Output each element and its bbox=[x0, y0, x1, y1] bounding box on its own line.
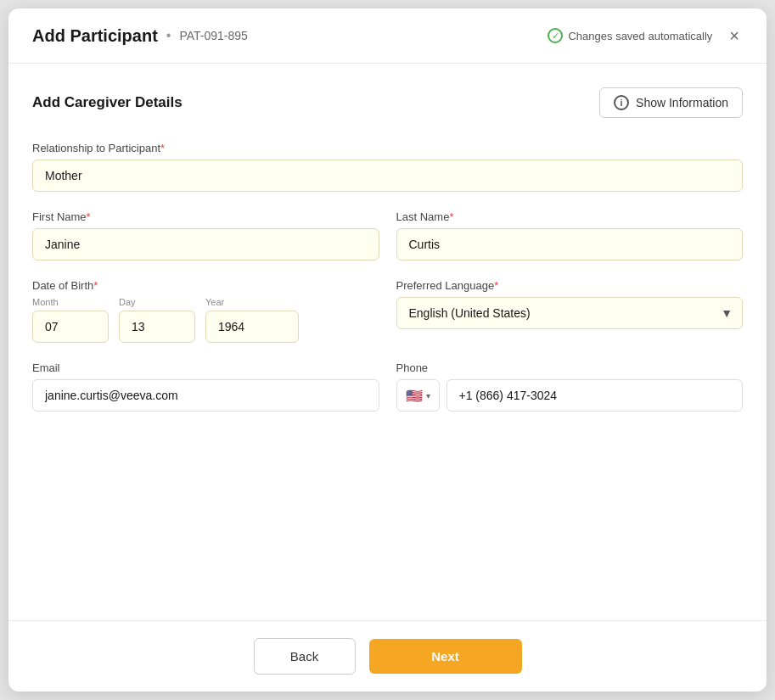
close-button[interactable]: × bbox=[726, 24, 743, 48]
section-title: Add Caregiver Details bbox=[32, 94, 183, 111]
last-name-input[interactable] bbox=[396, 228, 744, 260]
relationship-label: Relationship to Participant* bbox=[32, 142, 743, 154]
last-name-label: Last Name* bbox=[396, 210, 744, 223]
dob-year-label: Year bbox=[205, 297, 299, 307]
patient-id: PAT-091-895 bbox=[179, 29, 247, 42]
dob-day-label: Day bbox=[119, 297, 195, 307]
show-information-button[interactable]: i Show Information bbox=[599, 87, 743, 118]
dob-col: Date of Birth* Month Day Year bbox=[32, 279, 379, 361]
dob-year-input[interactable] bbox=[205, 311, 299, 343]
info-icon: i bbox=[614, 95, 629, 110]
dob-month-label: Month bbox=[32, 297, 109, 307]
auto-save-indicator: ✓ Changes saved automatically bbox=[548, 28, 712, 43]
email-field: Email bbox=[32, 361, 379, 412]
dob-month-input[interactable] bbox=[32, 311, 109, 343]
phone-col: Phone 🇺🇸 ▾ bbox=[396, 361, 744, 430]
check-icon: ✓ bbox=[548, 28, 563, 43]
preferred-language-field: Preferred Language* English (United Stat… bbox=[396, 279, 744, 329]
email-label: Email bbox=[32, 361, 379, 374]
country-code-select[interactable]: 🇺🇸 ▾ bbox=[396, 379, 440, 412]
dob-section: Date of Birth* Month Day Year bbox=[32, 279, 379, 343]
dob-inputs-row: Month Day Year bbox=[32, 297, 379, 343]
language-col: Preferred Language* English (United Stat… bbox=[396, 279, 744, 361]
relationship-field: Relationship to Participant* bbox=[32, 142, 743, 192]
name-row: First Name* Last Name* bbox=[32, 210, 743, 279]
dob-day-input[interactable] bbox=[119, 311, 195, 343]
last-name-col: Last Name* bbox=[396, 210, 744, 279]
modal-body: Add Caregiver Details i Show Information… bbox=[8, 64, 767, 620]
back-button[interactable]: Back bbox=[254, 638, 356, 675]
dob-month-field: Month bbox=[32, 297, 109, 343]
modal-header: Add Participant • PAT-091-895 ✓ Changes … bbox=[8, 8, 767, 64]
language-select-wrapper: English (United States) Spanish French ▼ bbox=[396, 297, 744, 329]
relationship-input[interactable] bbox=[32, 160, 743, 192]
modal-footer: Back Next bbox=[8, 620, 767, 692]
dob-language-row: Date of Birth* Month Day Year bbox=[32, 279, 743, 361]
add-participant-modal: Add Participant • PAT-091-895 ✓ Changes … bbox=[8, 8, 767, 692]
flag-icon: 🇺🇸 bbox=[406, 388, 423, 404]
first-name-label: First Name* bbox=[32, 210, 379, 223]
dob-day-field: Day bbox=[119, 297, 195, 343]
auto-save-text: Changes saved automatically bbox=[568, 30, 712, 42]
preferred-language-label: Preferred Language* bbox=[396, 279, 744, 292]
phone-wrapper: 🇺🇸 ▾ bbox=[396, 379, 744, 412]
first-name-col: First Name* bbox=[32, 210, 379, 279]
email-input[interactable] bbox=[32, 379, 379, 412]
section-header: Add Caregiver Details i Show Information bbox=[32, 87, 743, 118]
dropdown-arrow-icon: ▾ bbox=[426, 391, 430, 400]
email-phone-row: Email Phone 🇺🇸 ▾ bbox=[32, 361, 743, 430]
title-separator: • bbox=[166, 28, 171, 43]
email-col: Email bbox=[32, 361, 379, 430]
phone-input[interactable] bbox=[446, 379, 744, 412]
modal-title: Add Participant bbox=[32, 26, 158, 46]
dob-label: Date of Birth* bbox=[32, 279, 379, 292]
header-right: ✓ Changes saved automatically × bbox=[548, 24, 743, 48]
last-name-field: Last Name* bbox=[396, 210, 744, 260]
title-group: Add Participant • PAT-091-895 bbox=[32, 26, 248, 46]
next-button[interactable]: Next bbox=[369, 639, 522, 674]
phone-field: Phone 🇺🇸 ▾ bbox=[396, 361, 744, 412]
preferred-language-select[interactable]: English (United States) Spanish French bbox=[396, 297, 744, 329]
first-name-input[interactable] bbox=[32, 228, 379, 260]
dob-year-field: Year bbox=[205, 297, 299, 343]
phone-label: Phone bbox=[396, 361, 744, 374]
first-name-field: First Name* bbox=[32, 210, 379, 260]
info-button-label: Show Information bbox=[636, 96, 728, 109]
